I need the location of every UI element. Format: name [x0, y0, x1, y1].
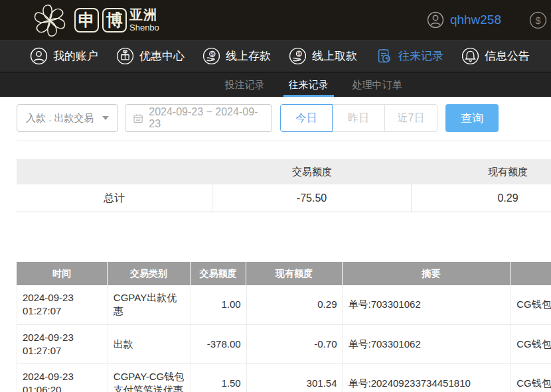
col-header-extra — [511, 262, 551, 285]
svg-text:$: $ — [297, 51, 300, 57]
cell-type: 出款 — [108, 325, 191, 364]
col-header-time: 时间 — [17, 262, 108, 285]
cell-amount: 1.00 — [191, 285, 247, 324]
nav-item-promotions[interactable]: 优惠中心 — [116, 47, 185, 65]
date-range-input[interactable]: 2024-09-23 ~ 2024-09-23 — [125, 104, 272, 132]
summary-header-balance: 现有额度 — [412, 166, 551, 178]
summary-total-row: 总计 -75.50 0.29 — [17, 184, 551, 212]
cell-memo: 单号:703301062 — [343, 285, 511, 324]
cell-extra: CG钱包- — [511, 325, 551, 364]
logo-char-box: 申 — [74, 8, 99, 33]
quick-range-group: 今日 昨日 近7日 — [280, 104, 437, 132]
cell-time: 2024-09-23 01:27:07 — [17, 325, 108, 364]
calendar-icon — [133, 113, 143, 124]
yesterday-button[interactable]: 昨日 — [333, 104, 385, 132]
bell-icon — [461, 47, 479, 65]
section-divider — [17, 141, 551, 141]
transactions-table: 时间 交易类别 交易额度 现有额度 摘要 2024-09-23 01:27:07… — [17, 262, 551, 392]
nav-item-transaction-records[interactable]: 往来记录 — [375, 47, 443, 65]
deposit-coin-hand-icon: $ — [202, 47, 220, 65]
nav-item-deposit[interactable]: $ 线上存款 — [202, 47, 271, 65]
chevron-down-icon — [102, 116, 109, 120]
col-header-memo: 摘要 — [343, 262, 511, 285]
cell-type: CGPAY-CG钱包支付笔笔送优惠 — [108, 364, 191, 392]
transaction-type-select[interactable]: 入款 . 出款交易 — [17, 104, 118, 132]
cell-balance: 0.29 — [247, 285, 343, 324]
cell-balance: 301.54 — [247, 364, 343, 392]
table-row: 2024-09-23 01:06:20 CGPAY-CG钱包支付笔笔送优惠 1.… — [17, 364, 551, 392]
cell-extra: CG钱包- — [511, 285, 551, 324]
cell-amount: -378.00 — [191, 325, 247, 364]
query-button[interactable]: 查询 — [445, 104, 499, 132]
last7days-button[interactable]: 近7日 — [385, 104, 437, 132]
svg-text:$: $ — [211, 51, 214, 57]
account-person-icon — [30, 47, 48, 65]
brand-logo[interactable]: 申 博 — [74, 8, 127, 33]
cell-amount: 1.50 — [191, 364, 247, 392]
summary-balance-total: 0.29 — [412, 184, 551, 212]
col-header-type: 交易类别 — [108, 262, 191, 285]
nav-item-announcements[interactable]: 信息公告 — [461, 47, 530, 65]
balance-money-icon[interactable]: $ — [529, 11, 547, 29]
main-navigation: 我的账户 优惠中心 $ 线上存款 — [0, 40, 551, 72]
nav-item-withdraw[interactable]: $ 线上取款 — [289, 47, 357, 65]
records-subnav: 投注记录 往来记录 处理中订单 — [0, 72, 551, 97]
username-label[interactable]: qhhw258 — [450, 13, 501, 27]
withdraw-coin-hand-icon: $ — [289, 47, 307, 65]
summary-table: 交易额度 现有额度 总计 -75.50 0.29 — [17, 159, 551, 212]
records-clipboard-clock-icon — [375, 47, 393, 65]
cell-memo: 单号:703301062 — [343, 325, 511, 364]
today-button[interactable]: 今日 — [280, 104, 333, 132]
summary-header-row: 交易额度 现有额度 — [17, 159, 551, 184]
col-header-amount: 交易额度 — [191, 262, 246, 285]
summary-trade-total: -75.50 — [212, 184, 412, 212]
gift-icon — [116, 47, 134, 65]
transactions-header-row: 时间 交易类别 交易额度 现有额度 摘要 — [17, 262, 551, 285]
table-row: 2024-09-23 01:27:07 CGPAY出款优惠 1.00 0.29 … — [17, 285, 551, 325]
top-header: 申 博 亚洲 Shenbo qhhw258 $ — [0, 0, 551, 40]
summary-total-label: 总计 — [17, 184, 212, 212]
filter-bar: 入款 . 出款交易 2024-09-23 ~ 2024-09-23 今日 昨日 … — [17, 104, 551, 132]
col-header-balance: 现有额度 — [246, 262, 343, 285]
tab-pending-orders[interactable]: 处理中订单 — [351, 73, 404, 97]
cell-type: CGPAY出款优惠 — [108, 285, 191, 324]
summary-header-trade: 交易额度 — [212, 166, 412, 178]
cell-time: 2024-09-23 01:06:20 — [17, 364, 108, 392]
brand-name: 亚洲 Shenbo — [129, 8, 159, 32]
tab-bet-records[interactable]: 投注记录 — [224, 73, 266, 97]
cell-time: 2024-09-23 01:27:07 — [17, 285, 108, 324]
user-avatar-icon[interactable] — [427, 11, 444, 29]
cell-balance: -0.70 — [247, 325, 343, 364]
tab-transaction-records[interactable]: 往来记录 — [287, 73, 330, 97]
flower-logo-icon — [29, 0, 70, 41]
logo-char-box: 博 — [102, 8, 127, 33]
nav-item-my-account[interactable]: 我的账户 — [30, 47, 98, 65]
cell-memo: 单号:202409233734451810 — [343, 364, 511, 392]
svg-text:$: $ — [535, 15, 540, 25]
table-row: 2024-09-23 01:27:07 出款 -378.00 -0.70 单号:… — [17, 325, 551, 365]
cell-extra: CG钱包 — [511, 364, 551, 392]
